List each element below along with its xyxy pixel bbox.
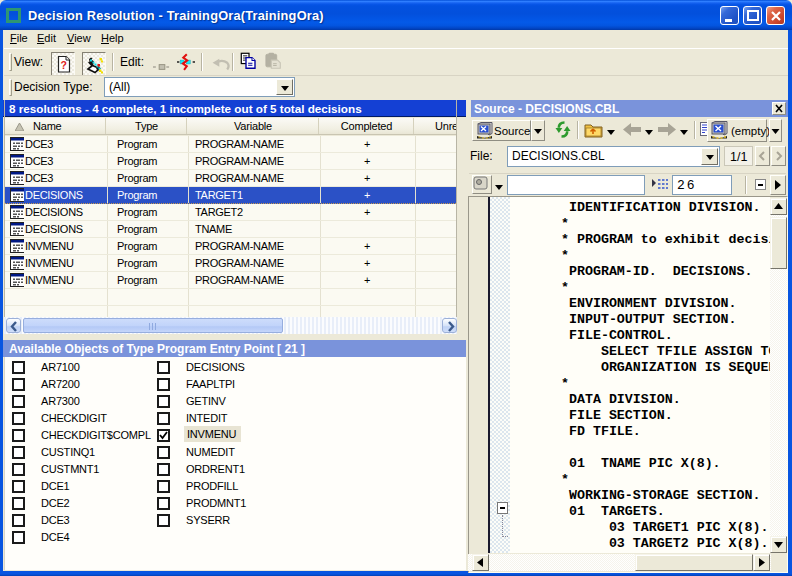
svg-text:?: ?	[61, 59, 67, 71]
